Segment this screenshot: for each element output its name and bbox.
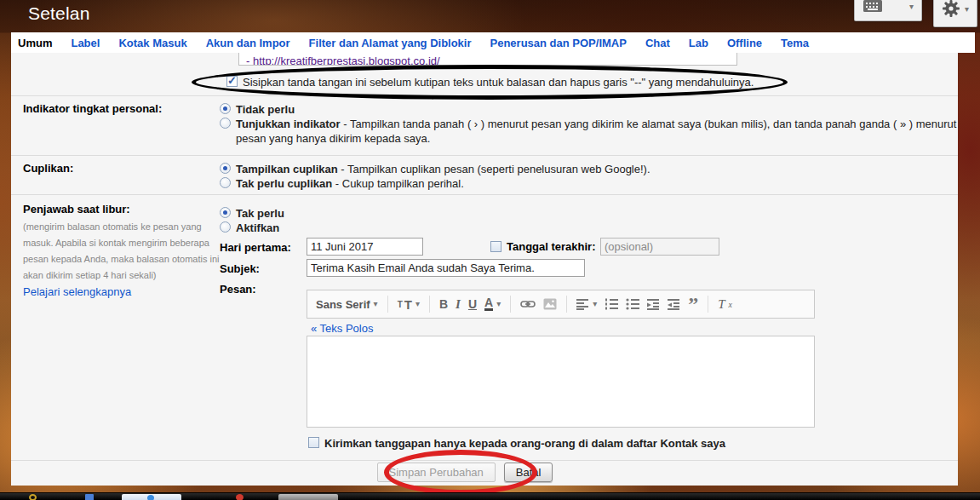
keyboard-icon — [863, 0, 883, 15]
vacation-description: (mengirim balasan otomatis ke pesan yang… — [23, 219, 221, 284]
radio-tunjukkan-indikator[interactable] — [220, 118, 231, 129]
insert-image-button[interactable] — [543, 298, 557, 310]
tab-chat[interactable]: Chat — [645, 37, 670, 49]
tab-penerusan-pop-imap[interactable]: Penerusan dan POP/IMAP — [490, 37, 627, 49]
vacation-description-column: Penjawab saat libur: (mengirim balasan o… — [23, 203, 221, 298]
signature-insert-checkbox[interactable] — [226, 76, 238, 87]
font-family-value: Sans Serif — [316, 298, 370, 311]
first-day-label: Hari pertama: — [220, 241, 291, 254]
chevron-down-icon: ▾ — [374, 300, 378, 308]
snippets-label: Cuplikan: — [23, 162, 73, 175]
contacts-only-checkbox[interactable] — [308, 437, 319, 448]
chevron-down-icon: ▾ — [415, 300, 420, 308]
cancel-button[interactable]: Batal — [504, 463, 553, 482]
taskbar-app-icon[interactable] — [236, 494, 244, 500]
personal-indicator-label: Indikator tingkat personal: — [23, 102, 162, 115]
text-color-dropdown[interactable]: A ▾ — [484, 297, 501, 311]
subject-label: Subjek: — [220, 262, 260, 275]
tab-umum[interactable]: Umum — [18, 37, 52, 49]
radio-vacation-tak-perlu[interactable] — [220, 207, 231, 218]
section-divider — [11, 155, 958, 156]
last-day-row: Tanggal terakhir: — [490, 240, 596, 253]
numbered-list-button[interactable] — [605, 298, 618, 310]
snippets-option-1: Tampilkan cuplikan - Tampilkan cuplikan … — [220, 162, 952, 176]
taskbar-app-icon[interactable] — [85, 494, 94, 500]
tab-offline[interactable]: Offline — [727, 37, 762, 49]
font-family-dropdown[interactable]: Sans Serif ▾ — [316, 298, 378, 311]
radio-vacation-aktifkan[interactable] — [220, 221, 231, 233]
taskbar-active-window-button[interactable] — [122, 494, 181, 500]
settings-gear-button[interactable]: ▾ — [933, 0, 977, 27]
underline-button[interactable]: U — [468, 297, 477, 311]
taskbar-window-button[interactable] — [278, 494, 338, 500]
chevron-down-icon: ▾ — [496, 300, 501, 308]
outdent-icon — [647, 299, 660, 310]
option-label: Tampilkan cuplikan — [236, 163, 338, 175]
last-day-checkbox[interactable] — [490, 241, 501, 252]
image-icon — [543, 298, 557, 310]
bullet-list-button[interactable] — [626, 298, 639, 310]
tab-kotak-masuk[interactable]: Kotak Masuk — [118, 37, 186, 49]
subject-input[interactable] — [307, 259, 585, 277]
taskbar-app-icon[interactable] — [29, 494, 37, 500]
option-label: Tak perlu cuplikan — [236, 177, 332, 190]
signature-checkbox-row: Sisipkan tanda tangan ini sebelum kutipa… — [226, 75, 822, 89]
signature-editor-clipped: - http://kreatifberprestasi.blogspot.co.… — [238, 53, 737, 66]
option-label: Tak perlu — [236, 206, 284, 221]
font-size-dropdown[interactable]: TT ▾ — [398, 297, 420, 312]
tab-akun-dan-impor[interactable]: Akun dan Impor — [206, 37, 290, 49]
outdent-button[interactable] — [647, 299, 660, 310]
contacts-only-label: Kirimkan tanggapan hanya kepada orang-or… — [324, 436, 725, 451]
option-label: Tidak perlu — [236, 103, 295, 116]
toolbar-divider — [429, 296, 430, 313]
indent-button[interactable] — [668, 299, 680, 310]
tab-tema[interactable]: Tema — [781, 37, 809, 49]
tab-filter[interactable]: Filter dan Alamat yang Diblokir — [309, 37, 472, 49]
personal-indicator-option-1: Tidak perlu — [220, 102, 954, 117]
bold-button[interactable]: B — [439, 297, 448, 311]
option-text: - Cukup tampilkan perihal. — [332, 177, 464, 190]
first-day-input[interactable] — [307, 238, 423, 256]
option-label: Tunjukkan indikator — [236, 118, 341, 130]
toolbar-divider — [566, 296, 567, 313]
blockquote-button[interactable]: ” — [688, 298, 698, 310]
italic-button[interactable]: I — [456, 297, 461, 312]
personal-indicator-option-2: Tunjukkan indikator - Tampilkan tanda pa… — [220, 117, 958, 146]
chevron-down-icon: ▾ — [593, 300, 597, 308]
size-icon: T — [398, 300, 403, 309]
chevron-down-icon: ▾ — [909, 3, 914, 11]
vacation-message-textarea[interactable] — [307, 336, 815, 428]
radio-tak-perlu-cuplikan[interactable] — [220, 177, 231, 188]
chevron-down-icon: ▾ — [965, 5, 969, 14]
indent-icon — [668, 299, 680, 310]
toolbar-divider — [387, 296, 388, 313]
message-label: Pesan: — [220, 283, 256, 296]
section-divider — [11, 95, 958, 96]
tab-label[interactable]: Label — [71, 37, 100, 49]
text-color-icon: A — [484, 297, 493, 311]
bullet-list-icon — [626, 298, 639, 310]
save-changes-button[interactable]: Simpan Perubahan — [377, 463, 496, 482]
insert-link-button[interactable] — [520, 299, 536, 309]
contacts-only-row: Kirimkan tanggapan hanya kepada orang-or… — [308, 436, 725, 451]
last-day-input[interactable] — [600, 238, 719, 256]
keyboard-input-tools-button[interactable]: ▾ — [854, 0, 922, 21]
signature-blog-link[interactable]: - http://kreatifberprestasi.blogspot.co.… — [246, 55, 440, 66]
remove-formatting-button[interactable]: Tx — [718, 297, 732, 312]
section-divider — [11, 460, 958, 461]
learn-more-link[interactable]: Pelajari selengkapnya — [23, 285, 131, 298]
align-dropdown[interactable]: ▾ — [576, 299, 597, 310]
remove-format-T: T — [718, 297, 725, 312]
radio-tidak-perlu[interactable] — [220, 103, 231, 114]
option-label: Aktifkan — [236, 221, 279, 235]
settings-content-panel: - http://kreatifberprestasi.blogspot.co.… — [11, 53, 958, 486]
align-left-icon — [576, 299, 589, 310]
plain-text-link[interactable]: « Teks Polos — [311, 322, 373, 335]
windows-taskbar[interactable] — [0, 492, 980, 500]
tab-lab[interactable]: Lab — [689, 37, 708, 49]
last-day-label: Tanggal terakhir: — [507, 240, 596, 253]
radio-tampilkan-cuplikan[interactable] — [220, 163, 231, 174]
settings-tabs: Umum Label Kotak Masuk Akun dan Impor Fi… — [11, 32, 975, 53]
vacation-label: Penjawab saat libur: — [23, 203, 221, 216]
footer-button-row: Simpan Perubahan Batal — [11, 463, 958, 482]
